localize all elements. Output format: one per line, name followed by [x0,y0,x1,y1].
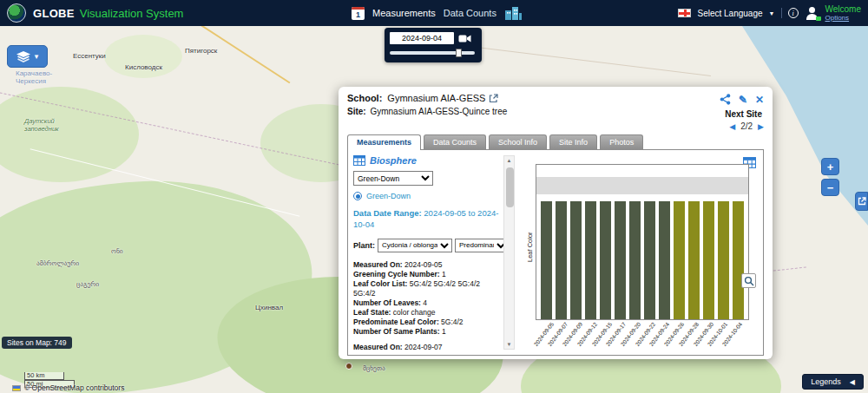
map-label: Пятигорск [185,47,217,55]
chart-zoom-button[interactable] [741,273,756,288]
language-flag-icon[interactable] [678,9,691,17]
map-label: Цхинвал [255,304,283,311]
leaflet-flag-icon [12,385,21,391]
chart-bar [688,201,700,319]
prev-site-arrow[interactable]: ◀ [729,122,735,131]
welcome-box: Welcome Options [825,4,862,23]
next-site-arrow[interactable]: ▶ [758,122,764,131]
open-school-link-icon[interactable] [489,94,498,103]
chart-bar [556,201,567,319]
timeline-control [385,28,482,62]
green-down-radio[interactable] [353,192,362,200]
attribution-text[interactable]: © OpenStreetMap contributors [24,383,124,392]
slider-track[interactable] [390,51,475,55]
map-label: Даутский заповедник [24,118,76,133]
page-indicator: 2/2 [740,121,753,131]
map-label: Ессентуки [73,52,106,60]
language-caret-icon[interactable]: ▼ [769,10,775,16]
share-icon[interactable] [720,94,731,105]
nav-center: 1 Measurements Data Counts [352,0,522,26]
nav-data-counts[interactable]: Data Counts [444,8,496,18]
site-value: Gymnasium AIA-GESS-Quince tree [370,107,507,116]
calendar-icon[interactable]: 1 [352,7,365,20]
scroll-up-icon[interactable]: ▲ [507,158,512,163]
popup-tabs: MeasurementsData CountsSchool InfoSite I… [347,134,764,149]
tab-photos[interactable]: Photos [600,134,643,150]
top-navbar: GLOBE Visualization System 1 Measurement… [0,0,868,26]
chart-bar [629,201,641,319]
calendar-day-badge: 1 [356,10,360,19]
user-icon[interactable] [805,6,819,20]
site-line: Site: Gymnasium AIA-GESS-Quince tree [347,107,764,116]
zoom-in-button[interactable]: + [821,158,839,175]
map-attribution[interactable]: © OpenStreetMap contributors [12,383,124,392]
nav-measurements[interactable]: Measurements [372,8,436,18]
sphere-row: Biosphere [353,155,500,166]
school-value: Gymnasium AIA-GESS [387,93,485,103]
tab-data-counts[interactable]: Data Counts [424,134,486,150]
edit-icon[interactable]: ✎ [739,95,747,105]
video-camera-icon[interactable] [458,34,471,43]
measurements-pane: Biosphere Green-Down Green-Down Data Dat… [353,155,515,350]
chart-bar [674,201,685,319]
brand-title: GLOBE [33,7,75,20]
table-icon [353,155,365,166]
info-icon[interactable]: i [788,8,799,18]
sphere-name: Biosphere [370,155,417,166]
data-counts-icon[interactable] [504,7,522,20]
select-language[interactable]: Select Language [697,9,762,18]
school-label: School: [347,93,382,103]
scrollbar-thumb[interactable] [506,167,514,207]
globe-logo-icon [7,3,26,23]
timeline-slider [390,49,477,57]
chart-bar [600,201,611,319]
chart-bar [703,201,714,319]
next-site-label: Next Site [725,109,762,119]
map-label: Кисловодск [125,63,162,71]
tab-measurements[interactable]: Measurements [347,134,421,150]
chevron-down-icon: ▾ [35,52,39,61]
date-input[interactable] [390,32,454,44]
plant-type-select[interactable]: Predominant [455,239,509,252]
chart-bar [718,201,729,319]
product-title: Visualization System [80,7,184,20]
slider-thumb[interactable] [456,49,462,57]
layers-button[interactable]: ▾ [7,45,48,68]
map-label: ონი [111,248,123,256]
popup-header-icons: ✎ ✕ [720,94,764,105]
tab-school-info[interactable]: School Info [489,134,547,150]
tab-site-info[interactable]: Site Info [549,134,597,150]
scrollbar-track[interactable]: ▲ ▼ [503,155,515,350]
map-label: Карачаево-Черкесия [16,69,73,85]
protocol-select[interactable]: Green-Down [353,171,433,186]
legends-button[interactable]: Legends ◀ [802,374,864,390]
chart-bar [659,201,670,319]
sites-on-map-badge: Sites on Map: 749 [2,337,72,349]
protocol-radio-row: Green-Down [353,192,500,200]
site-pager: ◀ 2/2 ▶ [729,121,764,131]
date-range-label: Data Date Range: [353,208,422,218]
plant-species-select[interactable]: Cydonia / oblonga [378,239,452,252]
plant-row: Plant: Cydonia / oblonga Predominant [353,239,500,252]
map-forest-patch [104,35,182,78]
side-panel-toggle-button[interactable] [855,192,868,211]
chart-bars [541,201,744,319]
map-label: ამბროლაური [36,260,79,268]
map-site-marker[interactable] [345,363,352,370]
chart-upper-band [536,177,748,194]
close-icon[interactable]: ✕ [755,95,764,105]
popup-content: Biosphere Green-Down Green-Down Data Dat… [347,149,764,356]
measurement-record: Measured On: 2024-09-07Greening Cycle Nu… [353,343,500,350]
magnifier-icon [744,276,754,286]
popup-header: School: Gymnasium AIA-GESS Site: Gymnasi… [347,93,764,131]
chart-x-labels: 2024-09-052024-09-072024-09-092024-09-12… [541,319,744,356]
zoom-out-button[interactable]: − [821,179,839,196]
leaf-color-chart: Leaf Color 2024-09-052024-09-072024-09-0… [536,164,749,320]
map-forest-patch [0,87,139,182]
chart-pane: Leaf Color 2024-09-052024-09-072024-09-0… [520,155,758,350]
scroll-down-icon[interactable]: ▼ [507,342,512,347]
green-down-radio-label[interactable]: Green-Down [366,192,411,200]
chart-bar [615,201,626,319]
site-popup: School: Gymnasium AIA-GESS Site: Gymnasi… [339,87,773,359]
options-link[interactable]: Options [825,14,850,22]
